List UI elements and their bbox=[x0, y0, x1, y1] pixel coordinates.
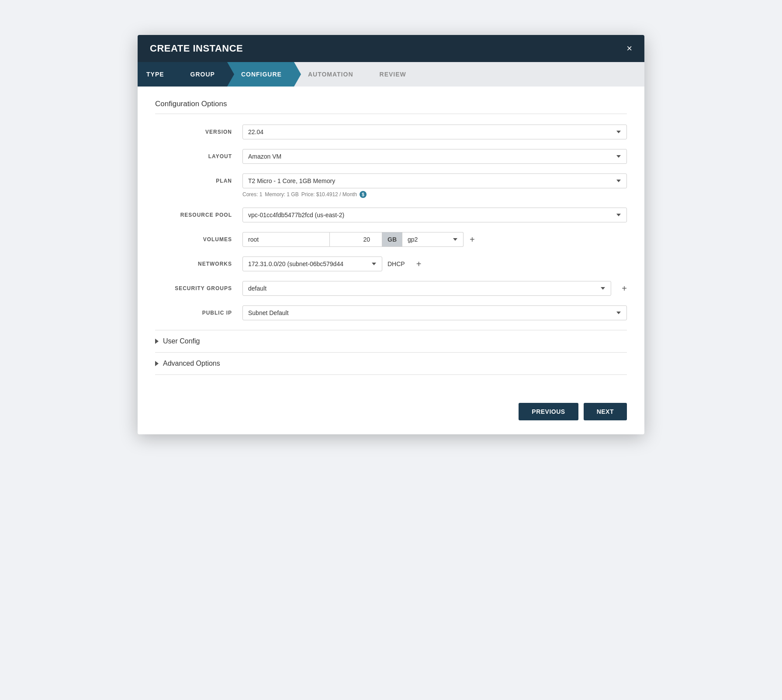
network-inputs: 172.31.0.0/20 (subnet-06bc579d44 DHCP + bbox=[242, 256, 627, 271]
resource-pool-control: vpc-01cc4fdb5477b2fcd (us-east-2) bbox=[242, 208, 627, 222]
user-config-section[interactable]: User Config bbox=[155, 330, 627, 352]
networks-control: 172.31.0.0/20 (subnet-06bc579d44 DHCP + bbox=[242, 256, 627, 271]
plan-memory: Memory: 1 GB bbox=[265, 191, 298, 198]
version-control: 22.04 bbox=[242, 125, 627, 139]
layout-select[interactable]: Amazon VM bbox=[242, 149, 627, 164]
step-review[interactable]: REVIEW bbox=[366, 62, 419, 87]
advanced-options-arrow-icon bbox=[155, 361, 159, 366]
previous-button[interactable]: PREVIOUS bbox=[519, 403, 578, 420]
price-badge: $ bbox=[360, 191, 367, 198]
user-config-arrow-icon bbox=[155, 339, 159, 344]
layout-select-wrapper: Amazon VM bbox=[242, 149, 627, 164]
step-type[interactable]: TYPE bbox=[138, 62, 176, 87]
version-row: VERSION 22.04 bbox=[155, 125, 627, 139]
volume-unit: GB bbox=[382, 232, 402, 247]
plan-meta: Cores: 1 Memory: 1 GB Price: $10.4912 / … bbox=[242, 191, 627, 198]
public-ip-label: PUBLIC IP bbox=[155, 305, 242, 316]
layout-row: LAYOUT Amazon VM bbox=[155, 149, 627, 164]
public-ip-select[interactable]: Subnet Default bbox=[242, 305, 627, 320]
volumes-inputs: GB gp2 + bbox=[242, 232, 627, 247]
step-automation[interactable]: AUTOMATION bbox=[294, 62, 366, 87]
network-select-wrapper: 172.31.0.0/20 (subnet-06bc579d44 bbox=[242, 256, 382, 271]
add-security-group-button[interactable]: + bbox=[616, 284, 627, 293]
step-group[interactable]: GROUP bbox=[176, 62, 227, 87]
add-volume-button[interactable]: + bbox=[464, 235, 475, 244]
volume-type-select[interactable]: gp2 bbox=[402, 232, 464, 247]
network-select[interactable]: 172.31.0.0/20 (subnet-06bc579d44 bbox=[242, 256, 382, 271]
version-select[interactable]: 22.04 bbox=[242, 125, 627, 139]
security-groups-row: SECURITY GROUPS default + bbox=[155, 281, 627, 296]
advanced-options-label: Advanced Options bbox=[163, 360, 220, 367]
dhcp-label: DHCP bbox=[388, 260, 405, 267]
security-groups-control: default + bbox=[242, 281, 627, 296]
step-configure[interactable]: CONFIGURE bbox=[227, 62, 294, 87]
modal-title: CREATE INSTANCE bbox=[150, 43, 243, 54]
plan-row: PLAN T2 Micro - 1 Core, 1GB Memory Cores… bbox=[155, 173, 627, 198]
plan-cores: Cores: 1 bbox=[242, 191, 262, 198]
next-button[interactable]: NEXT bbox=[584, 403, 627, 420]
volume-size-input[interactable] bbox=[330, 232, 382, 247]
public-ip-select-wrapper: Subnet Default bbox=[242, 305, 627, 320]
volumes-label: VOLUMES bbox=[155, 232, 242, 243]
modal-header: CREATE INSTANCE × bbox=[138, 35, 644, 62]
public-ip-row: PUBLIC IP Subnet Default bbox=[155, 305, 627, 320]
close-button[interactable]: × bbox=[626, 44, 632, 53]
plan-price: Price: $10.4912 / Month bbox=[301, 191, 357, 198]
modal-body: Configuration Options VERSION 22.04 LAYO… bbox=[138, 87, 644, 392]
volumes-row: VOLUMES GB gp2 + bbox=[155, 232, 627, 247]
add-network-button[interactable]: + bbox=[410, 260, 422, 268]
resource-pool-row: RESOURCE POOL vpc-01cc4fdb5477b2fcd (us-… bbox=[155, 208, 627, 222]
wizard-steps: TYPE GROUP CONFIGURE AUTOMATION REVIEW bbox=[138, 62, 644, 87]
user-config-label: User Config bbox=[163, 337, 200, 345]
step-configure-arrow bbox=[294, 62, 301, 87]
volume-type-wrapper: gp2 bbox=[402, 232, 464, 247]
volumes-control: GB gp2 + bbox=[242, 232, 627, 247]
version-label: VERSION bbox=[155, 125, 242, 135]
public-ip-control: Subnet Default bbox=[242, 305, 627, 320]
resource-pool-label: RESOURCE POOL bbox=[155, 208, 242, 218]
plan-select[interactable]: T2 Micro - 1 Core, 1GB Memory bbox=[242, 173, 627, 188]
modal-footer: PREVIOUS NEXT bbox=[138, 392, 644, 434]
create-instance-modal: CREATE INSTANCE × TYPE GROUP CONFIGURE A… bbox=[138, 35, 644, 434]
step-group-arrow bbox=[227, 62, 234, 87]
step-automation-arrow bbox=[366, 62, 373, 87]
section-title: Configuration Options bbox=[155, 100, 627, 114]
plan-label: PLAN bbox=[155, 173, 242, 184]
security-groups-select[interactable]: default bbox=[242, 281, 611, 296]
resource-pool-select[interactable]: vpc-01cc4fdb5477b2fcd (us-east-2) bbox=[242, 208, 627, 222]
plan-select-wrapper: T2 Micro - 1 Core, 1GB Memory bbox=[242, 173, 627, 188]
security-groups-select-wrapper: default bbox=[242, 281, 611, 296]
volume-name-input[interactable] bbox=[242, 232, 330, 247]
layout-label: LAYOUT bbox=[155, 149, 242, 159]
resource-pool-select-wrapper: vpc-01cc4fdb5477b2fcd (us-east-2) bbox=[242, 208, 627, 222]
plan-control: T2 Micro - 1 Core, 1GB Memory Cores: 1 M… bbox=[242, 173, 627, 198]
step-type-arrow bbox=[176, 62, 183, 87]
advanced-options-section[interactable]: Advanced Options bbox=[155, 352, 627, 375]
networks-label: NETWORKS bbox=[155, 256, 242, 267]
networks-row: NETWORKS 172.31.0.0/20 (subnet-06bc579d4… bbox=[155, 256, 627, 271]
layout-control: Amazon VM bbox=[242, 149, 627, 164]
security-groups-label: SECURITY GROUPS bbox=[155, 281, 242, 291]
version-select-wrapper: 22.04 bbox=[242, 125, 627, 139]
